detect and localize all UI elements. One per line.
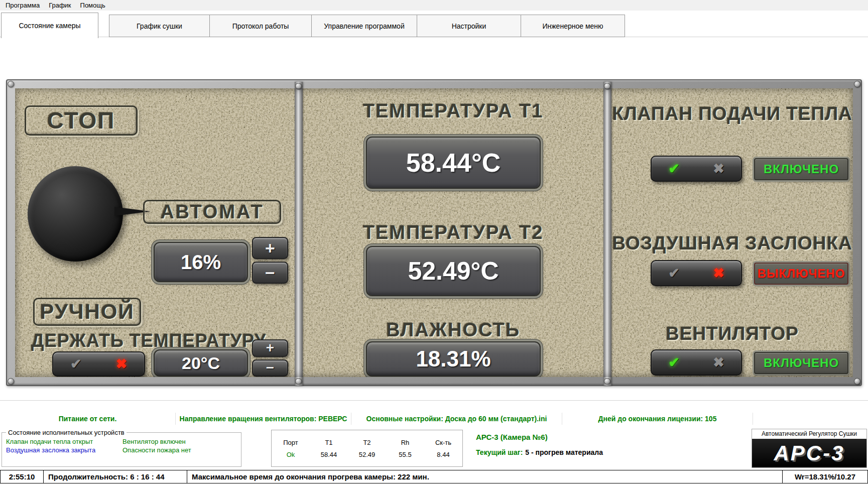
stop-button[interactable]: СТОП [25, 105, 138, 136]
air-damper-toggle[interactable]: ✔ ✖ [651, 260, 742, 286]
speed-header: Ск-ть [435, 439, 451, 446]
auto-mode-button[interactable]: АВТОМАТ [143, 200, 281, 224]
panel-surface: СТОП АВТОМАТ 16% + − РУЧНОЙ ДЕРЖАТЬ ТЕМП… [15, 88, 853, 377]
heat-valve-label: КЛАПАН ПОДАЧИ ТЕПЛА [611, 103, 853, 125]
t1-display: 58.44°C [366, 137, 541, 189]
tab-drying-graph[interactable]: График сушки [109, 15, 210, 37]
screw-icon [854, 81, 860, 87]
heat-valve-state-lamp: ВКЛЮЧЕНО [754, 158, 848, 180]
manual-mode-button[interactable]: РУЧНОЙ [33, 298, 141, 326]
cross-icon: ✖ [713, 356, 724, 370]
screw-icon [8, 378, 14, 385]
t2-column: T2 52.49 [348, 430, 386, 466]
hold-temperature-display: 20°C [154, 349, 248, 377]
fan-power-display: 16% [154, 242, 248, 282]
screw-icon [295, 378, 302, 385]
humidity-label: ВЛАЖНОСТЬ [303, 319, 603, 341]
license-days-status: Дней до окончания лицензии: 105 [562, 413, 753, 425]
chamber-title: АРС-3 (Камера №6) [476, 433, 603, 441]
fan-rotation-status: Направление вращения вентиляторов: РЕВЕР… [176, 413, 351, 425]
t1-label: ТЕМПЕРАТУРА Т1 [303, 100, 603, 122]
apc3-app: { "colors": { "status_green": "#008000",… [0, 0, 868, 487]
port-header: Порт [283, 439, 298, 446]
sensors-table: Порт Ok T1 58.44 T2 52.49 Rh 55.5 Ск-ть … [271, 430, 463, 467]
menu-graph[interactable]: График [44, 0, 75, 11]
menu-program[interactable]: Программа [1, 0, 44, 11]
hold-temp-plus-button[interactable]: + [252, 339, 288, 357]
t2-label: ТЕМПЕРАТУРА Т2 [303, 222, 603, 244]
divider-bar-left [295, 82, 303, 386]
power-source-status: Питание от сети. [0, 413, 176, 425]
speed-column: Ск-ть 8.44 [424, 430, 462, 466]
fan-power-plus-button[interactable]: + [252, 237, 288, 259]
separator-line [0, 400, 868, 401]
apc3-logo: АРС-3 [752, 439, 866, 467]
status-row: Питание от сети. Направление вращения ве… [0, 413, 868, 425]
t2-value: 52.49 [359, 451, 376, 458]
fan-status-text: Вентилятор включен [122, 438, 237, 445]
left-control-column: СТОП АВТОМАТ 16% + − РУЧНОЙ ДЕРЖАТЬ ТЕМП… [15, 88, 295, 377]
hold-temperature-stepper: + − [252, 339, 288, 377]
actuator-states-title: Состояние исполнительных устройств [6, 429, 127, 436]
cross-icon: ✖ [713, 267, 724, 280]
actuator-states-grid: Клапан подачи тепла открыт Воздушная зас… [6, 437, 237, 454]
cross-icon: ✖ [713, 162, 724, 176]
wr-cell: Wr=18.31%/10.27 [782, 470, 868, 483]
right-devices-column: КЛАПАН ПОДАЧИ ТЕПЛА ✔ ✖ ВКЛЮЧЕНО ВОЗДУШН… [611, 88, 853, 377]
actuator-states-group: Состояние исполнительных устройств Клапа… [2, 429, 241, 467]
hold-temperature-toggle[interactable]: ✔ ✖ [52, 351, 145, 377]
tab-settings[interactable]: Настройки [417, 15, 521, 37]
check-icon: ✔ [668, 267, 680, 280]
valve-status-text: Клапан подачи тепла открыт [6, 438, 122, 445]
heat-valve-toggle[interactable]: ✔ ✖ [651, 156, 742, 182]
clock-cell: 2:55:10 [0, 470, 44, 483]
port-column: Порт Ok [272, 430, 310, 466]
tab-chamber-state[interactable]: Состояние камеры [1, 13, 98, 38]
menu-bar: Программа График Помощь [0, 0, 868, 11]
status-row-filler [753, 413, 868, 425]
brand-block: Автоматический Регулятор Сушки АРС-3 [752, 429, 867, 468]
rh-header: Rh [401, 439, 410, 446]
fan-toggle[interactable]: ✔ ✖ [651, 349, 742, 376]
damper-status-text: Воздушная заслонка закрыта [6, 446, 122, 454]
current-step-value: 5 - прогрев материала [525, 448, 603, 456]
port-value: Ok [287, 451, 295, 458]
check-icon: ✔ [70, 357, 82, 371]
check-icon: ✔ [668, 162, 680, 176]
fan-power-minus-button[interactable]: − [252, 262, 288, 284]
t1-value: 58.44 [321, 451, 337, 458]
rh-value: 55.5 [399, 451, 411, 458]
screw-icon [295, 83, 302, 89]
fan-power-stepper: + − [252, 237, 288, 284]
main-panel: СТОП АВТОМАТ 16% + − РУЧНОЙ ДЕРЖАТЬ ТЕМП… [6, 79, 862, 386]
fire-status-text: Опасности пожара нет [122, 446, 237, 454]
tab-work-protocol[interactable]: Протокол работы [209, 15, 312, 37]
center-readouts-column: ТЕМПЕРАТУРА Т1 58.44°C ТЕМПЕРАТУРА Т2 52… [303, 88, 603, 377]
rh-column: Rh 55.5 [386, 430, 424, 466]
screw-icon [604, 83, 610, 89]
current-step: Текущий шаг:5 - прогрев материала [476, 448, 603, 456]
screw-icon [854, 378, 860, 385]
brand-subtitle: Автоматический Регулятор Сушки [752, 429, 866, 439]
tab-strip: Состояние камеры График сушки Протокол р… [0, 11, 868, 37]
tab-program-control[interactable]: Управление программой [311, 15, 417, 37]
speed-value: 8.44 [437, 451, 449, 458]
menu-help[interactable]: Помощь [76, 0, 110, 11]
mode-knob[interactable] [28, 166, 123, 262]
hold-temp-minus-button[interactable]: − [252, 359, 288, 377]
current-step-label: Текущий шаг: [476, 448, 523, 456]
message-cell: Максимальное время до окончания прогрева… [187, 470, 783, 483]
t1-column: T1 58.44 [310, 430, 348, 466]
hold-temperature-label: ДЕРЖАТЬ ТЕМПЕРАТУРУ [31, 330, 266, 351]
bottom-panel: Состояние исполнительных устройств Клапа… [0, 429, 868, 469]
air-damper-label: ВОЗДУШНАЯ ЗАСЛОНКА [611, 233, 853, 254]
air-damper-state-lamp: ВЫКЛЮЧЕНО [754, 263, 848, 285]
t2-display: 52.49°C [366, 246, 541, 296]
duration-cell: Продолжительность: 6 : 16 : 44 [43, 470, 187, 483]
cross-icon: ✖ [115, 357, 127, 371]
fan-state-lamp: ВКЛЮЧЕНО [754, 352, 848, 374]
t1-header: T1 [325, 439, 332, 446]
check-icon: ✔ [668, 356, 680, 370]
tab-engineering-menu[interactable]: Инженерное меню [521, 15, 625, 37]
status-bar: 2:55:10 Продолжительность: 6 : 16 : 44 М… [0, 470, 868, 483]
